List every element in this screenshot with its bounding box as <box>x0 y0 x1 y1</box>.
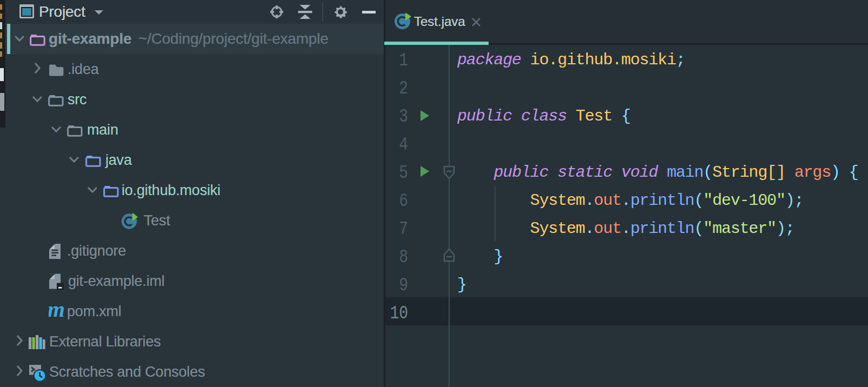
svg-text:m: m <box>49 305 65 319</box>
